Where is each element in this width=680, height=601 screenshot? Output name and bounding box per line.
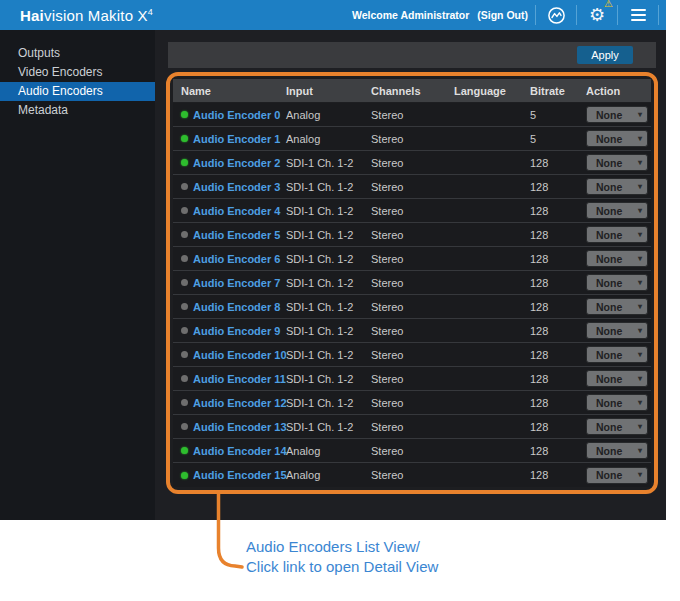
table-row: Audio Encoder 8 SDI-1 Ch. 1-2 Stereo 128… — [173, 295, 651, 319]
warning-badge-icon: ⚠ — [604, 0, 613, 9]
welcome-text: Welcome Administrator — [352, 9, 472, 21]
main-panel: Apply Name Input Channels Language Bitra… — [155, 30, 666, 520]
action-cell: None ▾ — [586, 442, 651, 459]
action-dropdown[interactable]: None ▾ — [586, 346, 648, 363]
bitrate-cell: 128 — [530, 469, 586, 481]
channels-cell: Stereo — [371, 133, 454, 145]
bitrate-cell: 128 — [530, 157, 586, 169]
apply-button[interactable]: Apply — [577, 46, 633, 64]
encoder-link[interactable]: Audio Encoder 5 — [193, 229, 286, 241]
action-dropdown[interactable]: None ▾ — [586, 418, 648, 435]
input-cell: SDI-1 Ch. 1-2 — [286, 253, 371, 265]
callout-line-1: Audio Encoders List View/ — [246, 537, 438, 557]
gear-icon[interactable]: ⚙ ⚠ — [584, 2, 610, 28]
action-dropdown-value: None — [596, 229, 622, 241]
caret-down-icon: ▾ — [638, 327, 642, 335]
status-dot — [181, 351, 188, 358]
channels-cell: Stereo — [371, 109, 454, 121]
action-dropdown-value: None — [596, 421, 622, 433]
menu-icon[interactable] — [625, 2, 651, 28]
divider — [535, 5, 536, 25]
channels-cell: Stereo — [371, 469, 454, 481]
sidebar-item-audio-encoders[interactable]: Audio Encoders — [0, 82, 155, 101]
encoder-link[interactable]: Audio Encoder 2 — [193, 157, 286, 169]
input-cell: SDI-1 Ch. 1-2 — [286, 325, 371, 337]
action-dropdown[interactable]: None ▾ — [586, 394, 648, 411]
input-cell: SDI-1 Ch. 1-2 — [286, 229, 371, 241]
action-dropdown[interactable]: None ▾ — [586, 130, 648, 147]
action-dropdown[interactable]: None ▾ — [586, 274, 648, 291]
encoder-link[interactable]: Audio Encoder 12 — [193, 397, 286, 409]
status-dot — [181, 399, 188, 406]
encoder-link[interactable]: Audio Encoder 0 — [193, 109, 286, 121]
table-row: Audio Encoder 0 Analog Stereo 5 None ▾ — [173, 103, 651, 127]
encoder-link[interactable]: Audio Encoder 15 — [193, 469, 286, 481]
bitrate-cell: 128 — [530, 325, 586, 337]
caret-down-icon: ▾ — [638, 399, 642, 407]
column-header-bitrate: Bitrate — [530, 85, 586, 97]
sign-out-link[interactable]: (Sign Out) — [477, 9, 528, 21]
encoder-link[interactable]: Audio Encoder 7 — [193, 277, 286, 289]
action-dropdown-value: None — [596, 277, 622, 289]
bitrate-cell: 128 — [530, 445, 586, 457]
sidebar-item-metadata[interactable]: Metadata — [0, 101, 155, 120]
input-cell: SDI-1 Ch. 1-2 — [286, 157, 371, 169]
action-dropdown[interactable]: None ▾ — [586, 202, 648, 219]
sidebar-item-outputs[interactable]: Outputs — [0, 44, 155, 63]
haivision-logo-icon[interactable] — [543, 2, 569, 28]
input-cell: SDI-1 Ch. 1-2 — [286, 349, 371, 361]
channels-cell: Stereo — [371, 253, 454, 265]
status-dot — [181, 255, 188, 262]
action-dropdown[interactable]: None ▾ — [586, 154, 648, 171]
action-dropdown[interactable]: None ▾ — [586, 370, 648, 387]
caret-down-icon: ▾ — [638, 471, 642, 479]
encoder-link[interactable]: Audio Encoder 10 — [193, 349, 286, 361]
encoder-link[interactable]: Audio Encoder 14 — [193, 445, 286, 457]
input-cell: Analog — [286, 109, 371, 121]
action-dropdown[interactable]: None ▾ — [586, 250, 648, 267]
column-header-language: Language — [454, 85, 530, 97]
table-row: Audio Encoder 11 SDI-1 Ch. 1-2 Stereo 12… — [173, 367, 651, 391]
sidebar-item-video-encoders[interactable]: Video Encoders — [0, 63, 155, 82]
encoder-link[interactable]: Audio Encoder 1 — [193, 133, 286, 145]
action-dropdown[interactable]: None ▾ — [586, 442, 648, 459]
status-dot — [181, 159, 188, 166]
action-dropdown-value: None — [596, 253, 622, 265]
action-dropdown[interactable]: None ▾ — [586, 226, 648, 243]
action-dropdown-value: None — [596, 109, 622, 121]
encoder-link[interactable]: Audio Encoder 11 — [193, 373, 286, 385]
action-dropdown[interactable]: None ▾ — [586, 106, 648, 123]
action-dropdown[interactable]: None ▾ — [586, 322, 648, 339]
status-dot — [181, 327, 188, 334]
encoder-link[interactable]: Audio Encoder 9 — [193, 325, 286, 337]
action-cell: None ▾ — [586, 346, 651, 363]
column-header-input: Input — [286, 85, 371, 97]
channels-cell: Stereo — [371, 445, 454, 457]
brand-superscript: 4 — [148, 7, 153, 17]
channels-cell: Stereo — [371, 373, 454, 385]
bitrate-cell: 128 — [530, 277, 586, 289]
encoder-link[interactable]: Audio Encoder 13 — [193, 421, 286, 433]
table-row: Audio Encoder 6 SDI-1 Ch. 1-2 Stereo 128… — [173, 247, 651, 271]
action-dropdown[interactable]: None ▾ — [586, 298, 648, 315]
caret-down-icon: ▾ — [638, 183, 642, 191]
action-dropdown[interactable]: None ▾ — [586, 467, 648, 484]
encoder-link[interactable]: Audio Encoder 8 — [193, 301, 286, 313]
topbar-right: Welcome Administrator (Sign Out) ⚙ ⚠ — [352, 0, 666, 30]
action-cell: None ▾ — [586, 106, 651, 123]
action-dropdown[interactable]: None ▾ — [586, 178, 648, 195]
status-dot — [181, 183, 188, 190]
table-row: Audio Encoder 13 SDI-1 Ch. 1-2 Stereo 12… — [173, 415, 651, 439]
status-dot — [181, 447, 188, 454]
bitrate-cell: 128 — [530, 373, 586, 385]
encoder-link[interactable]: Audio Encoder 3 — [193, 181, 286, 193]
encoder-link[interactable]: Audio Encoder 4 — [193, 205, 286, 217]
action-dropdown-value: None — [596, 373, 622, 385]
action-dropdown-value: None — [596, 157, 622, 169]
input-cell: SDI-1 Ch. 1-2 — [286, 181, 371, 193]
status-dot — [181, 135, 188, 142]
encoder-link[interactable]: Audio Encoder 6 — [193, 253, 286, 265]
callout-line-2: Click link to open Detail View — [246, 557, 438, 577]
brand-bold: Hai — [20, 7, 44, 24]
column-header-action: Action — [586, 85, 651, 97]
